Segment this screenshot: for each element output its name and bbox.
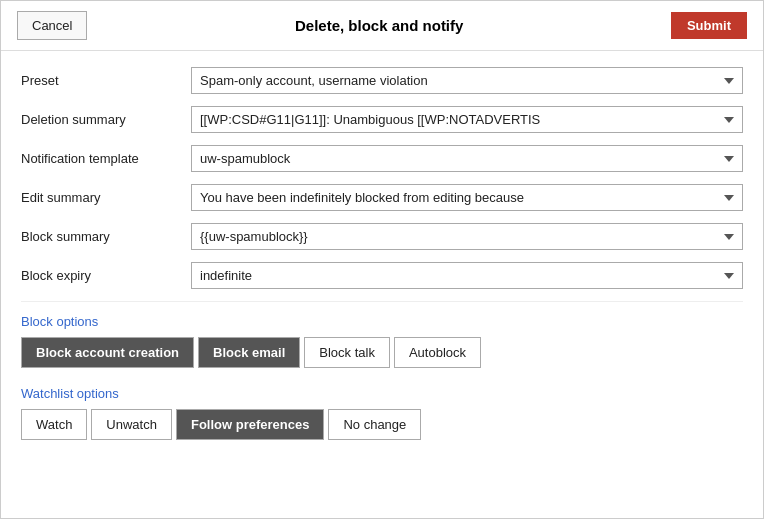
dialog-body: Preset Spam-only account, username viola… <box>1 51 763 518</box>
watchlist-options-label: Watchlist options <box>21 386 743 401</box>
deletion-summary-label: Deletion summary <box>21 112 191 127</box>
cancel-button[interactable]: Cancel <box>17 11 87 40</box>
block-options-buttons: Block account creation Block email Block… <box>21 337 743 372</box>
block-email-button[interactable]: Block email <box>198 337 300 368</box>
edit-summary-row: Edit summary You have been indefinitely … <box>21 184 743 211</box>
block-expiry-row: Block expiry indefinite <box>21 262 743 289</box>
block-account-creation-button[interactable]: Block account creation <box>21 337 194 368</box>
watch-button[interactable]: Watch <box>21 409 87 440</box>
unwatch-button[interactable]: Unwatch <box>91 409 172 440</box>
preset-label: Preset <box>21 73 191 88</box>
dialog-header: Cancel Delete, block and notify Submit <box>1 1 763 51</box>
submit-button[interactable]: Submit <box>671 12 747 39</box>
watchlist-options-section: Watchlist options Watch Unwatch Follow p… <box>21 386 743 444</box>
no-change-button[interactable]: No change <box>328 409 421 440</box>
dialog: Cancel Delete, block and notify Submit P… <box>0 0 764 519</box>
divider-1 <box>21 301 743 302</box>
block-options-label: Block options <box>21 314 743 329</box>
preset-row: Preset Spam-only account, username viola… <box>21 67 743 94</box>
autoblock-button[interactable]: Autoblock <box>394 337 481 368</box>
edit-summary-label: Edit summary <box>21 190 191 205</box>
block-summary-select[interactable]: {{uw-spamublock}} <box>191 223 743 250</box>
preset-select[interactable]: Spam-only account, username violation <box>191 67 743 94</box>
edit-summary-select[interactable]: You have been indefinitely blocked from … <box>191 184 743 211</box>
block-expiry-label: Block expiry <box>21 268 191 283</box>
block-summary-row: Block summary {{uw-spamublock}} <box>21 223 743 250</box>
block-summary-label: Block summary <box>21 229 191 244</box>
notification-template-select[interactable]: uw-spamublock <box>191 145 743 172</box>
watchlist-options-buttons: Watch Unwatch Follow preferences No chan… <box>21 409 743 444</box>
block-options-section: Block options Block account creation Blo… <box>21 314 743 372</box>
notification-template-row: Notification template uw-spamublock <box>21 145 743 172</box>
dialog-title: Delete, block and notify <box>87 17 670 34</box>
deletion-summary-row: Deletion summary [[WP:CSD#G11|G11]]: Una… <box>21 106 743 133</box>
deletion-summary-select[interactable]: [[WP:CSD#G11|G11]]: Unambiguous [[WP:NOT… <box>191 106 743 133</box>
block-talk-button[interactable]: Block talk <box>304 337 390 368</box>
follow-preferences-button[interactable]: Follow preferences <box>176 409 324 440</box>
notification-template-label: Notification template <box>21 151 191 166</box>
block-expiry-select[interactable]: indefinite <box>191 262 743 289</box>
